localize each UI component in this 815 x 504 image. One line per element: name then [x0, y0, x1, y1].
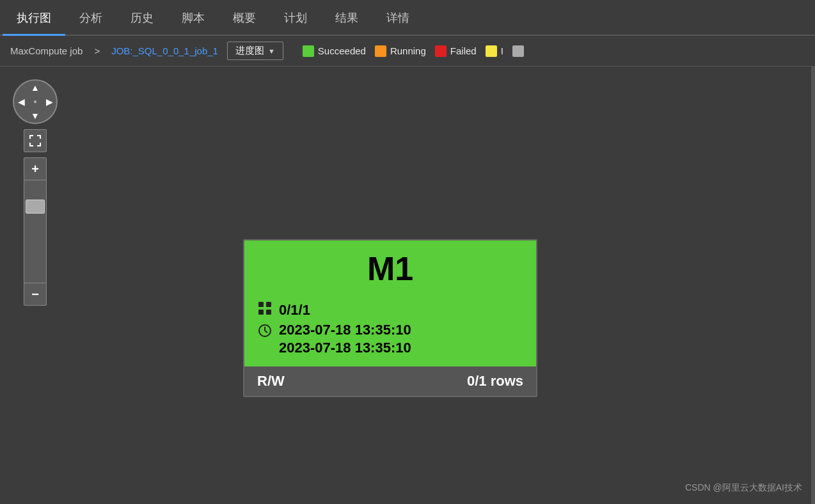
fit-icon [29, 134, 42, 147]
failed-color-dot [435, 45, 447, 57]
svg-line-6 [265, 331, 267, 333]
legend-other: I [486, 45, 503, 57]
svg-rect-3 [266, 310, 271, 315]
breadcrumb-separator: > [94, 45, 100, 56]
tab-result[interactable]: 结果 [321, 1, 372, 36]
breadcrumb-root: MaxCompute job [10, 45, 83, 56]
pan-left-icon[interactable]: ◀ [18, 97, 25, 106]
running-color-dot [375, 45, 386, 57]
tab-detail[interactable]: 详情 [372, 1, 423, 36]
navigation-controls: ▲ ◀ ● ▶ ▼ + [13, 79, 58, 306]
clock-icon [257, 323, 273, 342]
svg-rect-1 [266, 302, 271, 307]
node-card-m1[interactable]: M1 0/1/1 [243, 239, 537, 397]
pan-center: ● [33, 98, 37, 105]
tab-analysis[interactable]: 分析 [65, 1, 116, 36]
zoom-thumb[interactable] [26, 200, 45, 214]
legend-unknown [512, 45, 524, 57]
node-title: M1 [257, 252, 523, 285]
stats-icon [257, 301, 273, 319]
pan-control[interactable]: ▲ ◀ ● ▶ ▼ [13, 79, 58, 124]
toolbar: MaxCompute job > JOB:_SQL_0_0_1_job_1 进度… [0, 36, 815, 67]
zoom-out-button[interactable]: − [24, 283, 47, 306]
pan-down-icon[interactable]: ▼ [31, 111, 40, 120]
zoom-track[interactable] [24, 180, 47, 283]
tab-script[interactable]: 脚本 [168, 1, 219, 36]
unknown-color-dot [512, 45, 524, 57]
top-nav: 执行图 分析 历史 脚本 概要 计划 结果 详情 [0, 0, 815, 36]
node-dates: 2023-07-18 13:35:10 2023-07-18 13:35:10 [279, 322, 411, 356]
breadcrumb-current[interactable]: JOB:_SQL_0_0_1_job_1 [111, 45, 218, 56]
node-body: 0/1/1 2023-07-18 13:35:10 2023-07-18 13:… [244, 294, 536, 366]
legend: Succeeded Running Failed I [303, 45, 524, 57]
zoom-in-button[interactable]: + [24, 157, 47, 180]
pan-right-icon[interactable]: ▶ [46, 97, 53, 106]
svg-rect-2 [258, 310, 264, 315]
succeeded-color-dot [303, 45, 314, 57]
legend-succeeded: Succeeded [303, 45, 366, 57]
pan-up-icon[interactable]: ▲ [31, 83, 40, 92]
clock-svg-icon [257, 323, 273, 338]
other-color-dot [486, 45, 497, 57]
canvas-area[interactable]: ▲ ◀ ● ▶ ▼ + [0, 67, 815, 504]
fit-view-button[interactable] [24, 129, 47, 152]
node-stats-value: 0/1/1 [279, 302, 310, 319]
tab-history[interactable]: 历史 [116, 1, 168, 36]
node-grid-icon [257, 301, 273, 316]
legend-failed: Failed [435, 45, 477, 57]
view-dropdown-button[interactable]: 进度图 ▼ [227, 42, 283, 60]
tab-plan[interactable]: 计划 [270, 1, 321, 36]
chevron-down-icon: ▼ [268, 47, 275, 55]
node-date-start: 2023-07-18 13:35:10 [279, 322, 411, 338]
node-stats-row: 0/1/1 [257, 301, 523, 319]
node-rows-value: 0/1 rows [467, 373, 523, 390]
node-date-row: 2023-07-18 13:35:10 2023-07-18 13:35:10 [257, 322, 523, 356]
zoom-control: + − [24, 157, 47, 306]
node-date-end: 2023-07-18 13:35:10 [279, 340, 411, 356]
node-header: M1 [244, 240, 536, 294]
node-rw-label: R/W [257, 373, 285, 390]
tab-summary[interactable]: 概要 [219, 1, 270, 36]
node-footer: R/W 0/1 rows [244, 366, 536, 396]
legend-running: Running [375, 45, 426, 57]
tab-exec[interactable]: 执行图 [3, 1, 65, 36]
svg-rect-0 [258, 302, 264, 307]
right-edge-indicator [811, 67, 815, 504]
watermark: CSDN @阿里云大数据AI技术 [685, 482, 802, 494]
